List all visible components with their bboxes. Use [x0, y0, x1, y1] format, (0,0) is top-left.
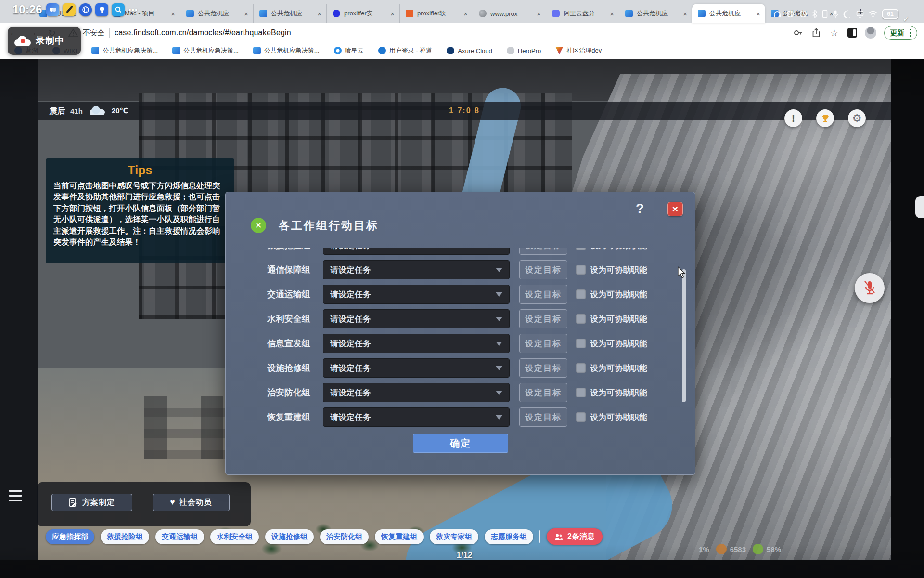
assist-checkbox-row[interactable]: 设为可协助职能 — [576, 338, 647, 349]
department-button[interactable]: 志愿服务组 — [485, 529, 533, 544]
microphone-button[interactable] — [855, 273, 885, 303]
screen-edge-handle[interactable] — [915, 196, 924, 218]
workgroup-label: 设施抢修组 — [267, 362, 315, 374]
bookmark-label: Axure Cloud — [458, 47, 492, 54]
password-key-icon[interactable] — [793, 27, 803, 38]
set-goal-button[interactable]: 设定目标 — [519, 383, 567, 402]
hamburger-menu-icon[interactable] — [9, 490, 22, 501]
set-goal-button[interactable]: 设定目标 — [519, 248, 567, 255]
browser-tab[interactable]: 公共危机应 × — [619, 4, 692, 23]
bookmark-item[interactable]: Axure Cloud — [447, 47, 492, 54]
globe-app-icon[interactable] — [79, 3, 92, 16]
share-icon[interactable] — [811, 27, 821, 38]
task-select[interactable]: 请设定任务 — [323, 260, 510, 279]
task-select[interactable]: 请设定任务 — [323, 407, 510, 427]
department-button[interactable]: 应急指挥部 — [46, 529, 94, 544]
checkbox-icon[interactable] — [576, 289, 586, 299]
set-goal-button[interactable]: 设定目标 — [519, 407, 567, 427]
department-button[interactable]: 救援抢险组 — [101, 529, 149, 544]
assist-checkbox-row[interactable]: 设为可协助职能 — [576, 363, 647, 374]
security-label[interactable]: 不安全 — [83, 28, 104, 38]
address-bar[interactable]: 不安全 case.findsoft.com.cn/damocles/#/eart… — [68, 28, 291, 38]
tab-close-icon[interactable]: × — [463, 10, 468, 17]
url-text[interactable]: case.findsoft.com.cn/damocles/#/earthqua… — [115, 28, 291, 37]
task-select[interactable]: 请设定任务 — [323, 248, 510, 255]
side-panel-icon[interactable] — [847, 28, 857, 38]
assist-checkbox-row[interactable]: 设为可协助职能 — [576, 412, 647, 423]
workgroup-row: 信息宣发组 请设定任务 设定目标 设为可协助职能 — [267, 334, 687, 353]
checkbox-icon[interactable] — [576, 339, 586, 348]
checkbox-icon[interactable] — [576, 412, 586, 422]
task-select[interactable]: 请设定任务 — [323, 285, 510, 304]
task-select[interactable]: 请设定任务 — [323, 309, 510, 328]
set-goal-button[interactable]: 设定目标 — [519, 358, 567, 378]
bookmark-item[interactable]: 公共危机应急决策... — [172, 46, 239, 55]
pencil-app-icon[interactable] — [63, 3, 76, 16]
modal-scrollbar[interactable] — [682, 269, 686, 402]
achievements-button[interactable] — [816, 109, 834, 127]
task-select[interactable]: 请设定任务 — [323, 334, 510, 353]
browser-tab[interactable]: 公共危机应 × — [692, 4, 765, 23]
tabs-container: 危机管理 × Mac - 项目 × 公共危机应 × 公共危机应 × proxif… — [34, 4, 838, 23]
bookmark-star-icon[interactable]: ☆ — [829, 27, 840, 38]
browser-tab[interactable]: 公共危机应 × — [253, 4, 326, 23]
assist-checkbox-row[interactable]: 设为可协助职能 — [576, 248, 647, 251]
assist-checkbox-row[interactable]: 设为可协助职能 — [576, 314, 647, 325]
profile-avatar[interactable] — [865, 27, 876, 39]
binoculars-app-icon[interactable] — [46, 3, 59, 16]
settings-button[interactable]: ⚙ — [848, 109, 866, 127]
bookmark-item[interactable]: 社区治理dev — [555, 46, 602, 55]
tab-close-icon[interactable]: × — [317, 10, 321, 17]
tab-close-icon[interactable]: × — [756, 10, 760, 17]
bookmark-item[interactable]: HeroPro — [507, 47, 541, 54]
messages-button[interactable]: 2条消息 — [547, 528, 603, 545]
bookmark-item[interactable]: 用户登录 - 禅道 — [378, 46, 433, 55]
bookmark-item[interactable]: 公共危机应急决策... — [253, 46, 320, 55]
alert-button[interactable]: ! — [784, 109, 802, 127]
department-button[interactable]: 恢复重建组 — [375, 529, 424, 544]
set-goal-button[interactable]: 设定目标 — [519, 309, 567, 328]
mobilize-button[interactable]: ♥ 社会动员 — [153, 494, 230, 511]
help-button[interactable]: ? — [636, 201, 644, 216]
tab-close-icon[interactable]: × — [610, 10, 614, 17]
plan-button[interactable]: 方案制定 — [51, 494, 132, 511]
department-button[interactable]: 交通运输组 — [155, 529, 204, 544]
browser-tab[interactable]: proxifier软 × — [399, 4, 473, 23]
browser-tab[interactable]: 公共危机应 × — [180, 4, 253, 23]
tab-close-icon[interactable]: × — [683, 10, 687, 17]
confirm-button[interactable]: 确定 — [413, 434, 508, 453]
bookmark-item[interactable]: 喰星云 — [334, 46, 364, 55]
set-goal-button[interactable]: 设定目标 — [519, 334, 567, 353]
department-button[interactable]: 治安防化组 — [320, 529, 369, 544]
checkbox-icon[interactable] — [576, 314, 586, 324]
tab-close-icon[interactable]: × — [244, 10, 248, 17]
tab-close-icon[interactable]: × — [171, 10, 175, 17]
tab-close-icon[interactable]: × — [390, 10, 395, 17]
menu-kebab-icon[interactable] — [910, 29, 911, 37]
checkbox-icon[interactable] — [576, 363, 586, 373]
browser-tab[interactable]: proxiffer安 × — [326, 4, 399, 23]
bookmark-item[interactable]: 公共危机应急决策... — [91, 46, 158, 55]
task-select[interactable]: 请设定任务 — [323, 358, 510, 378]
set-goal-button[interactable]: 设定目标 — [519, 285, 567, 304]
assist-checkbox-row[interactable]: 设为可协助职能 — [576, 264, 647, 276]
assist-checkbox-row[interactable]: 设为可协助职能 — [576, 289, 647, 300]
checkbox-icon[interactable] — [576, 388, 586, 397]
browser-tab[interactable]: www.prox × — [473, 4, 546, 23]
browser-tab[interactable]: 阿里云盘分 × — [546, 4, 619, 23]
assist-checkbox-row[interactable]: 设为可协助职能 — [576, 387, 647, 398]
bookmarks-bar: 蓝湖 WIKI 公共危机应急决策... 公共危机应急决策... 公共危机应急决策… — [0, 42, 924, 59]
update-button[interactable]: 更新 — [884, 26, 918, 40]
tab-close-icon[interactable]: × — [537, 10, 541, 17]
checkbox-icon[interactable] — [576, 248, 586, 250]
set-goal-button[interactable]: 设定目标 — [519, 260, 567, 279]
department-button[interactable]: 水利安全组 — [210, 529, 259, 544]
checkbox-icon[interactable] — [576, 265, 586, 275]
lightbulb-app-icon[interactable] — [95, 3, 108, 16]
department-button[interactable]: 设施抢修组 — [265, 529, 314, 544]
task-select[interactable]: 请设定任务 — [323, 383, 510, 402]
department-button[interactable]: 救灾专家组 — [430, 529, 478, 544]
close-button[interactable]: × — [667, 202, 683, 216]
search-app-icon[interactable] — [112, 3, 125, 16]
tab-favicon-icon — [333, 10, 340, 17]
